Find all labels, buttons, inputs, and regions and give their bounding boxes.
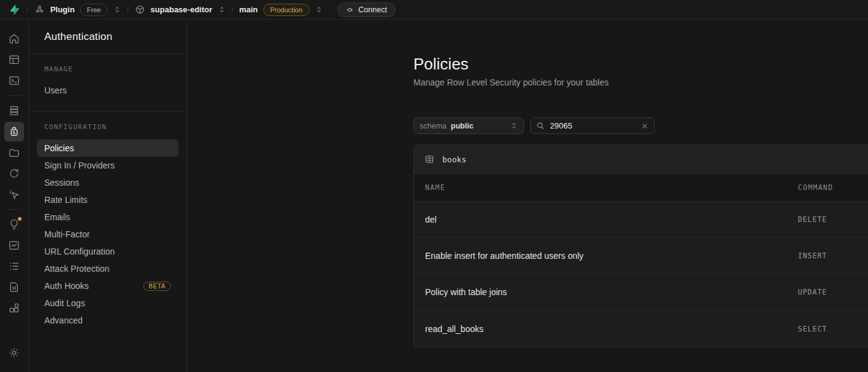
sidebar-item-rate-limits[interactable]: Rate Limits [29,191,186,208]
policy-command: DELETE [798,215,868,224]
connect-button-label: Connect [359,6,388,14]
connect-button[interactable]: Connect [337,2,396,17]
schema-select-value: public [451,122,474,130]
sidebar-item-url-configuration[interactable]: URL Configuration [29,243,186,260]
sidebar-header: Authentication [29,20,186,54]
supabase-logo-icon[interactable] [9,4,21,16]
authentication-icon[interactable] [4,122,24,141]
main-content: Policies Manage Row Level Security polic… [187,20,868,372]
manage-section-header: MANAGE [29,65,186,73]
rail-divider [7,209,22,210]
table-name: books [442,155,466,164]
schema-select-label: schema [420,122,447,130]
nav-icon-rail [0,20,29,372]
breadcrumb-separator: / [127,5,129,14]
project-switcher-chevron-icon[interactable] [218,6,226,14]
home-icon[interactable] [4,29,24,49]
organization-icon [34,4,45,15]
sidebar-title: Authentication [44,31,113,43]
policy-command: INSERT [798,251,868,260]
search-icon [536,121,545,130]
policy-name: Enable insert for authenticated users on… [425,251,798,261]
advisors-icon[interactable] [4,215,24,234]
rail-divider [7,95,22,96]
top-bar: / Plugin Free / supabase-editor [0,0,868,20]
column-header-command: COMMAND [798,183,868,192]
integrations-icon[interactable] [4,298,24,318]
configuration-section-header: CONFIGURATION [29,123,186,131]
table-editor-icon[interactable] [4,50,24,69]
storage-icon[interactable] [4,143,24,162]
configuration-section: CONFIGURATION Policies Sign In / Provide… [29,111,186,341]
supabase-dashboard: / Plugin Free / supabase-editor [0,0,868,372]
policy-name: del [425,215,798,224]
sidebar-item-users[interactable]: Users [29,82,186,99]
policy-row[interactable]: Enable insert for authenticated users on… [414,238,868,274]
manage-section: MANAGE Users [29,54,186,111]
policy-command: SELECT [798,325,868,333]
database-icon[interactable] [4,101,24,121]
sidebar-item-advanced[interactable]: Advanced [29,312,186,329]
beta-badge: BETA [143,282,171,291]
column-header-name: NAME [425,183,798,192]
org-plan-badge: Free [80,4,108,16]
policy-search [530,117,655,134]
table-card-header: books [414,145,868,174]
policy-name: Policy with table joins [425,287,798,297]
search-input[interactable] [550,121,635,130]
org-name[interactable]: Plugin [50,5,75,14]
advisors-notification-dot [17,216,22,221]
reports-icon[interactable] [4,235,24,255]
policy-row[interactable]: read_all_books SELECT [414,311,868,347]
sidebar-item-sign-in-providers[interactable]: Sign In / Providers [29,157,186,174]
org-switcher-chevron-icon[interactable] [113,6,121,14]
clear-search-icon[interactable] [640,122,649,130]
sql-editor-icon[interactable] [4,71,24,90]
settings-gear-icon[interactable] [4,343,24,363]
project-icon [135,4,145,15]
realtime-icon[interactable] [4,184,24,204]
auth-sidebar: Authentication MANAGE Users CONFIGURATIO… [29,20,187,372]
production-badge: Production [263,4,309,16]
sidebar-item-attack-protection[interactable]: Attack Protection [29,260,186,277]
sidebar-item-emails[interactable]: Emails [29,208,186,226]
policy-row[interactable]: Policy with table joins UPDATE [414,274,868,311]
sidebar-item-audit-logs[interactable]: Audit Logs [29,295,186,312]
policy-row[interactable]: del DELETE [414,202,868,238]
schema-select[interactable]: schema public [413,117,524,134]
auth-hooks-label: Auth Hooks [44,281,89,291]
policies-table-card: books NAME COMMAND del DELETE Enable ins… [413,144,868,347]
breadcrumb-separator: / [26,5,29,14]
logs-icon[interactable] [4,256,24,276]
sidebar-item-policies[interactable]: Policies [37,140,178,157]
table-grid-icon [424,154,434,164]
api-docs-icon[interactable] [4,277,24,297]
chevron-up-down-icon [510,122,518,130]
project-name[interactable]: supabase-editor [151,5,212,14]
filter-bar: schema public [413,117,868,134]
policy-command: UPDATE [798,288,868,296]
sidebar-item-multi-factor[interactable]: Multi-Factor [29,226,186,243]
edge-functions-icon[interactable] [4,164,24,183]
breadcrumb-separator: / [231,5,234,14]
page-title: Policies [413,54,868,74]
branch-switcher-chevron-icon[interactable] [315,6,323,14]
page-subtitle: Manage Row Level Security policies for y… [413,77,868,87]
sidebar-item-auth-hooks[interactable]: Auth Hooks BETA [29,277,186,295]
table-column-headers: NAME COMMAND [414,174,868,202]
plug-icon [346,6,354,14]
sidebar-item-sessions[interactable]: Sessions [29,174,186,191]
branch-name[interactable]: main [239,5,258,14]
policy-name: read_all_books [425,324,798,334]
